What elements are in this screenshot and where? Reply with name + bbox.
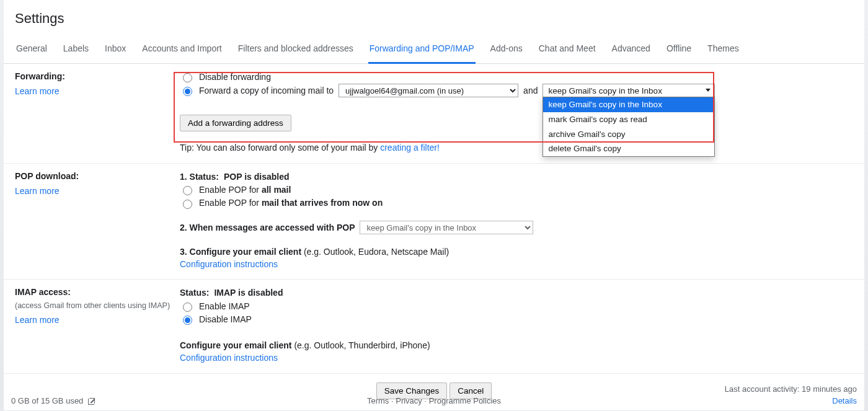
- tab-accounts[interactable]: Accounts and Import: [141, 35, 223, 63]
- pop-status-value: POP is disabled: [224, 170, 290, 183]
- radio-disable-forwarding-input[interactable]: [183, 73, 192, 82]
- forward-and-text: and: [523, 84, 538, 97]
- radio-imap-disable[interactable]: Disable IMAP: [180, 313, 252, 325]
- tab-advanced[interactable]: Advanced: [611, 35, 652, 63]
- radio-imap-enable-input[interactable]: [183, 303, 192, 312]
- section-forwarding: Forwarding: Learn more Disable forwardin…: [4, 64, 864, 164]
- pop-enable-all-bold: all mail: [262, 185, 291, 195]
- pop-enable-all-text: Enable POP for: [199, 185, 262, 195]
- radio-forward-copy[interactable]: Forward a copy of incoming mail to: [180, 84, 334, 97]
- radio-imap-enable-text: Enable IMAP: [199, 300, 250, 312]
- page-title: Settings: [4, 0, 864, 35]
- pop-learn-more[interactable]: Learn more: [15, 185, 60, 197]
- imap-config-link[interactable]: Configuration instructions: [180, 353, 278, 363]
- forward-action-opt-archive[interactable]: archive Gmail's copy: [543, 127, 714, 142]
- radio-imap-enable[interactable]: Enable IMAP: [180, 300, 250, 312]
- pop-step3-rest: (e.g. Outlook, Eudora, Netscape Mail): [304, 247, 449, 257]
- footer-terms[interactable]: Terms: [367, 396, 389, 405]
- tab-labels[interactable]: Labels: [62, 35, 90, 63]
- pop-label: POP download:: [15, 170, 180, 182]
- pop-step3-label: 3. Configure your email client: [180, 247, 301, 257]
- radio-pop-now-input[interactable]: [183, 200, 192, 209]
- radio-forward-copy-label: Forward a copy of incoming mail to: [199, 84, 334, 97]
- tab-themes[interactable]: Themes: [706, 35, 740, 63]
- forward-address-select[interactable]: ujjwalgoel64@gmail.com (in use): [339, 84, 518, 97]
- forward-action-selected: keep Gmail's copy in the Inbox: [548, 86, 662, 95]
- footer-privacy[interactable]: Privacy: [396, 396, 422, 405]
- pop-action-select: keep Gmail's copy in the Inbox: [360, 221, 533, 234]
- radio-forward-copy-input[interactable]: [183, 87, 192, 96]
- create-filter-link[interactable]: creating a filter!: [380, 143, 440, 152]
- imap-learn-more[interactable]: Learn more: [15, 314, 60, 326]
- pop-config-link[interactable]: Configuration instructions: [180, 259, 278, 269]
- footer-policies[interactable]: Programme Policies: [429, 396, 501, 405]
- pop-step2-label: 2. When messages are accessed with POP: [180, 221, 355, 234]
- pop-enable-now-text: Enable POP for: [199, 198, 262, 208]
- radio-imap-disable-input[interactable]: [183, 316, 192, 325]
- last-activity: Last account activity: 19 minutes ago: [725, 384, 857, 394]
- radio-disable-forwarding[interactable]: Disable forwarding: [180, 71, 271, 83]
- radio-pop-all-input[interactable]: [183, 186, 192, 195]
- forward-action-menu: keep Gmail's copy in the Inbox mark Gmai…: [542, 97, 715, 156]
- settings-tabs: General Labels Inbox Accounts and Import…: [4, 35, 864, 64]
- tab-filters[interactable]: Filters and blocked addresses: [237, 35, 355, 63]
- forward-action-opt-keep[interactable]: keep Gmail's copy in the Inbox: [543, 97, 714, 112]
- imap-sub: (access Gmail from other clients using I…: [15, 300, 180, 311]
- imap-status-value: IMAP is disabled: [214, 286, 283, 299]
- pop-status-prefix: 1. Status:: [180, 170, 219, 183]
- forwarding-label: Forwarding:: [15, 70, 180, 82]
- radio-pop-all[interactable]: Enable POP for all mail: [180, 183, 291, 196]
- tab-general[interactable]: General: [15, 35, 48, 63]
- imap-config-bold: Configure your email client: [180, 340, 291, 350]
- tab-forwarding[interactable]: Forwarding and POP/IMAP: [368, 35, 476, 64]
- tab-inbox[interactable]: Inbox: [104, 35, 127, 63]
- imap-label: IMAP access:: [15, 286, 180, 298]
- pop-enable-now-bold: mail that arrives from now on: [262, 198, 383, 208]
- tab-addons[interactable]: Add-ons: [489, 35, 524, 63]
- chevron-down-icon: [706, 89, 711, 92]
- forward-action-opt-read[interactable]: mark Gmail's copy as read: [543, 112, 714, 127]
- forward-action-opt-delete[interactable]: delete Gmail's copy: [543, 141, 714, 156]
- section-pop: POP download: Learn more 1. Status: POP …: [4, 164, 864, 280]
- section-imap: IMAP access: (access Gmail from other cl…: [4, 280, 864, 373]
- forwarding-learn-more[interactable]: Learn more: [15, 85, 60, 97]
- imap-config-rest: (e.g. Outlook, Thunderbird, iPhone): [294, 340, 430, 350]
- tab-chat[interactable]: Chat and Meet: [538, 35, 597, 63]
- forwarding-tip-text: Tip: You can also forward only some of y…: [180, 143, 380, 152]
- add-forwarding-address-button[interactable]: Add a forwarding address: [180, 115, 291, 131]
- imap-status-prefix: Status:: [180, 286, 209, 299]
- radio-disable-forwarding-label: Disable forwarding: [199, 71, 271, 83]
- radio-pop-now[interactable]: Enable POP for mail that arrives from no…: [180, 197, 383, 209]
- radio-imap-disable-text: Disable IMAP: [199, 313, 252, 325]
- tab-offline[interactable]: Offline: [665, 35, 693, 63]
- forward-action-select[interactable]: keep Gmail's copy in the Inbox: [542, 84, 715, 97]
